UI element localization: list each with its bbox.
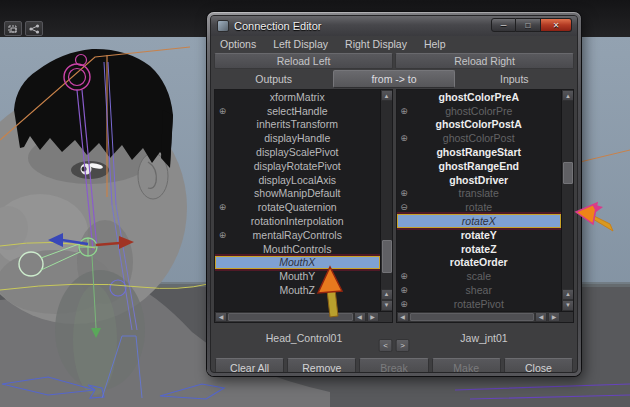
expand-plus-icon[interactable]: ⊕ bbox=[398, 131, 411, 145]
attr-item-ghostColorPost[interactable]: ⊕ghostColorPost bbox=[397, 131, 562, 145]
outputs-horizontal-scrollbar[interactable]: ◀ ◀ ▶ bbox=[215, 311, 392, 322]
attr-item-rotatePivot[interactable]: ⊕rotatePivot bbox=[397, 297, 562, 311]
attr-item-rotateZ[interactable]: rotateZ bbox=[397, 242, 562, 256]
bottom-button-row: Clear AllRemoveBreakMakeClose bbox=[211, 358, 577, 373]
scroll-down-icon[interactable]: ▼ bbox=[562, 300, 573, 311]
attr-item-shear[interactable]: ⊕shear bbox=[397, 283, 562, 297]
scroll-thumb[interactable] bbox=[228, 313, 353, 321]
attr-item-mentalRayControls[interactable]: ⊕mentalRayControls bbox=[215, 228, 380, 242]
scroll-up-icon[interactable]: ▲ bbox=[562, 90, 573, 101]
attr-item-displayScalePivot[interactable]: displayScalePivot bbox=[215, 145, 380, 159]
attr-item-scale[interactable]: ⊕scale bbox=[397, 269, 562, 283]
attr-item-MouthControls[interactable]: MouthControls bbox=[215, 242, 380, 256]
reload-right-button[interactable]: Reload Right bbox=[395, 53, 574, 69]
reload-left-button[interactable]: Reload Left bbox=[214, 53, 393, 69]
inputs-vertical-scrollbar[interactable]: ▲ ▲ ▼ bbox=[561, 90, 573, 311]
remove-button[interactable]: Remove bbox=[287, 358, 356, 373]
attr-label: ghostColorPostA bbox=[397, 118, 562, 130]
tab-from-to[interactable]: from -> to bbox=[333, 70, 454, 88]
connection-editor-window: Connection Editor ─ □ ✕ Options Left Dis… bbox=[207, 12, 581, 376]
menu-left-display[interactable]: Left Display bbox=[273, 38, 328, 50]
scroll-left-icon[interactable]: ◀ bbox=[354, 312, 366, 322]
attr-label: displayRotatePivot bbox=[215, 160, 380, 172]
attr-label: displayHandle bbox=[215, 132, 380, 144]
attr-item-rotateQuaternion[interactable]: ⊕rotateQuaternion bbox=[215, 200, 380, 214]
scroll-up-icon[interactable]: ▲ bbox=[562, 289, 573, 300]
scroll-left-icon[interactable]: ◀ bbox=[397, 312, 409, 322]
expand-plus-icon[interactable]: ⊕ bbox=[398, 269, 411, 283]
attr-item-ghostRangeStart[interactable]: ghostRangeStart bbox=[397, 145, 562, 159]
frame-icon[interactable] bbox=[4, 21, 22, 36]
outputs-vertical-scrollbar[interactable]: ▲ ▲ ▼ bbox=[380, 90, 392, 311]
attr-item-displayRotatePivot[interactable]: displayRotatePivot bbox=[215, 159, 380, 173]
inputs-horizontal-scrollbar[interactable]: ◀ ◀ ▶ bbox=[397, 311, 574, 322]
attr-item-MouthX[interactable]: MouthX bbox=[215, 256, 380, 270]
attr-item-rotateOrder[interactable]: rotateOrder bbox=[397, 256, 562, 270]
scroll-thumb[interactable] bbox=[382, 240, 392, 273]
collapse-minus-icon[interactable]: ⊖ bbox=[398, 200, 411, 214]
close-icon[interactable]: ✕ bbox=[541, 18, 572, 32]
minimize-button[interactable]: ─ bbox=[491, 18, 516, 32]
attr-item-displayLocalAxis[interactable]: displayLocalAxis bbox=[215, 173, 380, 187]
attr-item-rotate[interactable]: ⊖rotate bbox=[397, 200, 562, 214]
attr-label: rotationInterpolation bbox=[215, 215, 380, 227]
expand-plus-icon[interactable]: ⊕ bbox=[398, 283, 411, 297]
title-bar[interactable]: Connection Editor ─ □ ✕ bbox=[211, 16, 577, 36]
clear-all-button[interactable]: Clear All bbox=[215, 358, 284, 373]
attr-label: inheritsTransform bbox=[215, 118, 380, 130]
outputs-list-rows: xformMatrix⊕selectHandleinheritsTransfor… bbox=[215, 90, 380, 311]
maximize-button[interactable]: □ bbox=[516, 18, 541, 32]
attr-item-ghostColorPreA[interactable]: ghostColorPreA bbox=[397, 90, 562, 104]
scroll-left-icon[interactable]: ◀ bbox=[215, 312, 227, 322]
tab-outputs[interactable]: Outputs bbox=[214, 71, 333, 87]
attr-item-ghostColorPostA[interactable]: ghostColorPostA bbox=[397, 118, 562, 132]
expand-plus-icon[interactable]: ⊕ bbox=[398, 297, 411, 311]
attr-label: ghostRangeStart bbox=[397, 146, 562, 158]
scroll-right-icon[interactable]: ▶ bbox=[367, 312, 379, 322]
expand-spacer bbox=[398, 173, 411, 187]
expand-plus-icon[interactable]: ⊕ bbox=[216, 104, 229, 118]
expand-spacer bbox=[398, 159, 411, 173]
tab-inputs[interactable]: Inputs bbox=[455, 71, 574, 87]
attr-item-MouthZ[interactable]: MouthZ bbox=[215, 283, 380, 297]
expand-plus-icon[interactable]: ⊕ bbox=[216, 200, 229, 214]
attr-item-selectHandle[interactable]: ⊕selectHandle bbox=[215, 104, 380, 118]
attr-item-xformMatrix[interactable]: xformMatrix bbox=[215, 90, 380, 104]
attr-item-rotateX[interactable]: rotateX bbox=[397, 214, 562, 228]
attr-item-translate[interactable]: ⊕translate bbox=[397, 187, 562, 201]
scroll-thumb[interactable] bbox=[563, 162, 573, 184]
attr-item-rotateY[interactable]: rotateY bbox=[397, 228, 562, 242]
close-button[interactable]: Close bbox=[504, 358, 573, 373]
attr-item-ghostDriver[interactable]: ghostDriver bbox=[397, 173, 562, 187]
menu-options[interactable]: Options bbox=[220, 38, 256, 50]
scroll-up-icon[interactable]: ▲ bbox=[381, 90, 392, 101]
scroll-left-icon[interactable]: ◀ bbox=[535, 312, 547, 322]
attr-item-MouthY[interactable]: MouthY bbox=[215, 269, 380, 283]
attr-label: MouthX bbox=[216, 256, 379, 268]
break-button[interactable]: Break bbox=[359, 358, 428, 373]
expand-plus-icon[interactable]: ⊕ bbox=[398, 104, 411, 118]
make-button[interactable]: Make bbox=[432, 358, 501, 373]
attr-item-rotationInterpolation[interactable]: rotationInterpolation bbox=[215, 214, 380, 228]
attr-item-ghostRangeEnd[interactable]: ghostRangeEnd bbox=[397, 159, 562, 173]
reload-row: Reload Left Reload Right bbox=[211, 52, 577, 69]
expand-plus-icon[interactable]: ⊕ bbox=[398, 187, 411, 201]
scroll-right-icon[interactable]: ▶ bbox=[548, 312, 560, 322]
attr-label: MouthControls bbox=[215, 243, 380, 255]
node-footer: Head_Control01 < > Jaw_jnt01 bbox=[211, 323, 577, 358]
expand-spacer bbox=[216, 159, 229, 173]
share-icon[interactable] bbox=[25, 21, 43, 36]
scroll-up-icon[interactable]: ▲ bbox=[381, 289, 392, 300]
attr-label: rotatePivot bbox=[397, 298, 562, 310]
menu-help[interactable]: Help bbox=[424, 38, 446, 50]
attr-item-ghostColorPre[interactable]: ⊕ghostColorPre bbox=[397, 104, 562, 118]
expand-plus-icon[interactable]: ⊕ bbox=[216, 228, 229, 242]
menu-right-display[interactable]: Right Display bbox=[345, 38, 407, 50]
attr-item-inheritsTransform[interactable]: inheritsTransform bbox=[215, 118, 380, 132]
expand-spacer bbox=[216, 131, 229, 145]
scroll-down-icon[interactable]: ▼ bbox=[381, 300, 392, 311]
attr-item-displayHandle[interactable]: displayHandle bbox=[215, 131, 380, 145]
attr-item-showManipDefault[interactable]: showManipDefault bbox=[215, 187, 380, 201]
expand-spacer bbox=[398, 118, 411, 132]
scroll-thumb[interactable] bbox=[410, 313, 535, 321]
